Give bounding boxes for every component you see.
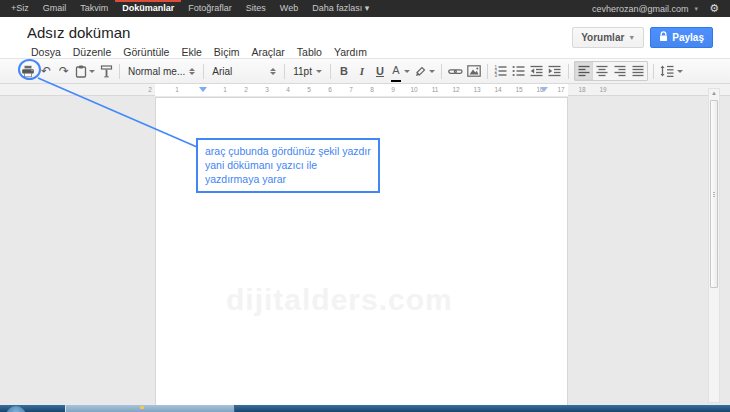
ruler-number: 10 [410,86,417,93]
chevron-down-icon [677,70,683,73]
increase-indent-button[interactable] [546,61,564,81]
line-spacing-button[interactable] [658,61,685,81]
align-center-button[interactable] [593,62,611,80]
topbar-item-2[interactable]: Takvim [73,0,115,17]
account-email[interactable]: cevherozan@gmail.com [592,4,689,14]
text-color-swatch [391,80,401,82]
chevron-down-icon [89,70,95,73]
toolbar-separator [653,64,654,79]
left-indent-marker[interactable] [199,87,207,92]
insert-image-button[interactable] [465,61,483,81]
header-buttons: Yorumlar ▼ Paylaş [572,27,713,48]
ruler-number: 8 [370,86,374,93]
ruler-number: 4 [286,86,290,93]
ruler-number: 12 [452,86,459,93]
topbar-item-1[interactable]: Gmail [36,0,74,17]
google-black-bar: +SizGmailTakvimDokümanlarFotoğraflarSite… [0,0,730,17]
topbar-item-3[interactable]: Dokümanlar [115,0,181,17]
decrease-indent-button[interactable] [528,61,546,81]
font-size-dropdown[interactable]: 11pt [289,61,326,81]
styles-dropdown[interactable]: Normal me... [124,61,199,81]
google-docs-window: +SizGmailTakvimDokümanlarFotoğraflarSite… [0,0,730,412]
topbar-item-0[interactable]: +Siz [4,0,36,17]
ruler-number: 2 [244,86,248,93]
ruler-number: 11 [432,86,439,93]
vertical-scrollbar[interactable]: ▲ [708,88,720,403]
scrollbar-thumb[interactable] [710,100,718,288]
bold-button[interactable]: B [335,61,353,81]
start-button[interactable] [6,406,26,412]
bulleted-list-button[interactable] [510,61,528,81]
print-button[interactable] [19,61,37,81]
chevron-down-icon [429,70,435,73]
toolbar-separator [119,64,120,79]
gear-icon[interactable]: ⚙ [704,0,724,17]
topbar-item-7[interactable]: Daha fazlası ▾ [305,0,376,17]
align-right-button[interactable] [611,62,629,80]
ruler-number: 15 [515,86,522,93]
toolbar-separator [284,64,285,79]
ruler-number: 7 [349,86,353,93]
account-caret-icon[interactable]: ▾ [695,5,699,13]
ruler-number: 1 [175,86,179,93]
insert-link-button[interactable] [446,61,465,81]
topbar-item-5[interactable]: Sites [239,0,273,17]
windows-taskbar[interactable] [0,405,730,412]
ruler-number: 5 [307,86,311,93]
topbar-nav: +SizGmailTakvimDokümanlarFotoğraflarSite… [0,0,376,17]
toolbar-separator [203,64,204,79]
ruler-number: 14 [494,86,501,93]
watermark-text: dijitalders.com [226,283,453,317]
font-dropdown[interactable]: Arial [208,61,280,81]
document-header: Adsız doküman DosyaDüzenleGörüntüleEkleB… [0,17,730,58]
annotation-text: araç çubunda gördünüz şekil yazdır yani … [205,144,371,186]
topbar-item-6[interactable]: Web [273,0,305,17]
ruler-number: 1 [223,86,227,93]
chevron-down-icon [316,70,322,73]
italic-button[interactable]: I [353,61,371,81]
paint-format-button[interactable] [97,61,115,81]
font-size-value: 11pt [293,66,312,77]
underline-button[interactable]: U [371,61,389,81]
annotation-callout: araç çubunda gördünüz şekil yazdır yani … [196,138,380,193]
justify-button[interactable] [629,62,647,80]
taskbar-notification-dot [140,406,144,409]
chevron-down-icon: ▼ [628,34,635,41]
scroll-up-arrow-icon[interactable]: ▲ [709,90,719,96]
redo-button[interactable]: ↷ [55,61,73,81]
ruler-number: 19 [599,86,606,93]
share-label: Paylaş [672,32,704,43]
ruler-number: 18 [578,86,585,93]
ruler-number: 3 [265,86,269,93]
chevron-down-icon [404,70,410,73]
ruler-number: 17 [557,86,564,93]
lock-icon [659,31,668,44]
toolbar-separator [441,64,442,79]
comments-button[interactable]: Yorumlar ▼ [572,27,644,48]
web-clipboard-button[interactable] [73,61,97,81]
toolbar: ↶ ↷ Normal me... Arial 11pt B I U A [0,58,730,84]
topbar-item-4[interactable]: Fotoğraflar [181,0,239,17]
topbar-right: cevherozan@gmail.com ▾ ⚙ [592,0,730,17]
highlight-color-button[interactable] [412,61,437,81]
text-color-button[interactable]: A [389,61,412,81]
align-left-button[interactable] [575,62,593,80]
toolbar-separator [487,64,488,79]
scrollbar-grip [713,192,715,197]
right-indent-marker[interactable] [540,87,548,92]
ruler-page-area [155,84,568,96]
font-value: Arial [212,66,232,77]
styles-value: Normal me... [128,66,185,77]
share-button[interactable]: Paylaş [650,27,713,48]
svg-text:3: 3 [495,73,498,77]
ruler-number: 9 [391,86,395,93]
ruler[interactable]: 2112345678910111213141516171819 [0,84,730,96]
ruler-number: 2 [148,86,152,93]
taskbar-window-button[interactable] [65,405,235,412]
comments-label: Yorumlar [581,32,624,43]
ruler-number: 6 [328,86,332,93]
undo-button[interactable]: ↶ [37,61,55,81]
numbered-list-button[interactable]: 123 [492,61,510,81]
toolbar-separator [330,64,331,79]
document-title[interactable]: Adsız doküman [27,24,130,41]
